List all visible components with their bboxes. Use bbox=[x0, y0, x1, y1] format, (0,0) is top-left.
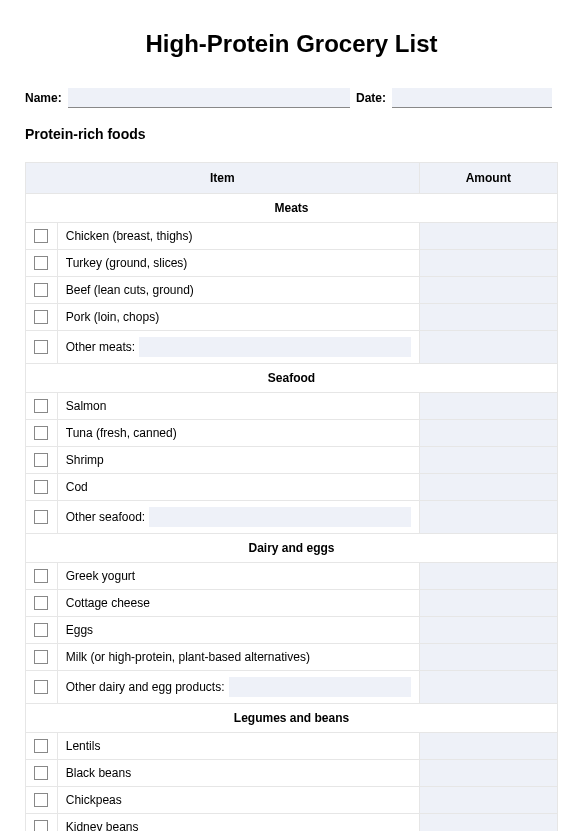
checkbox[interactable] bbox=[34, 283, 48, 297]
amount-cell bbox=[419, 787, 557, 814]
amount-cell bbox=[419, 223, 557, 250]
checkbox[interactable] bbox=[34, 480, 48, 494]
amount-input[interactable] bbox=[420, 618, 557, 642]
item-column-header: Item bbox=[26, 163, 420, 194]
other-label: Other seafood: bbox=[66, 510, 145, 524]
checkbox-cell bbox=[26, 617, 58, 644]
checkbox[interactable] bbox=[34, 510, 48, 524]
table-row: Beef (lean cuts, ground) bbox=[26, 277, 558, 304]
checkbox-cell bbox=[26, 733, 58, 760]
other-item-cell: Other seafood: bbox=[57, 501, 419, 534]
checkbox-cell bbox=[26, 760, 58, 787]
amount-cell bbox=[419, 304, 557, 331]
item-label: Pork (loin, chops) bbox=[57, 304, 419, 331]
checkbox[interactable] bbox=[34, 569, 48, 583]
item-label: Turkey (ground, slices) bbox=[57, 250, 419, 277]
checkbox-cell bbox=[26, 563, 58, 590]
checkbox-cell bbox=[26, 474, 58, 501]
section-heading: Legumes and beans bbox=[26, 704, 558, 733]
checkbox[interactable] bbox=[34, 820, 48, 831]
amount-cell bbox=[419, 331, 557, 364]
checkbox[interactable] bbox=[34, 793, 48, 807]
checkbox[interactable] bbox=[34, 229, 48, 243]
checkbox[interactable] bbox=[34, 766, 48, 780]
amount-cell bbox=[419, 501, 557, 534]
amount-input[interactable] bbox=[420, 224, 557, 248]
checkbox[interactable] bbox=[34, 256, 48, 270]
amount-cell bbox=[419, 644, 557, 671]
item-label: Cod bbox=[57, 474, 419, 501]
amount-input[interactable] bbox=[420, 505, 557, 529]
checkbox[interactable] bbox=[34, 453, 48, 467]
item-label: Chickpeas bbox=[57, 787, 419, 814]
item-label: Salmon bbox=[57, 393, 419, 420]
item-label: Black beans bbox=[57, 760, 419, 787]
checkbox-cell bbox=[26, 787, 58, 814]
checkbox[interactable] bbox=[34, 623, 48, 637]
section-heading: Seafood bbox=[26, 364, 558, 393]
amount-input[interactable] bbox=[420, 734, 557, 758]
other-input[interactable] bbox=[229, 677, 411, 697]
amount-cell bbox=[419, 617, 557, 644]
table-row: Turkey (ground, slices) bbox=[26, 250, 558, 277]
checkbox-cell bbox=[26, 644, 58, 671]
checkbox[interactable] bbox=[34, 650, 48, 664]
amount-input[interactable] bbox=[420, 788, 557, 812]
name-input[interactable] bbox=[68, 88, 350, 108]
table-row: Chickpeas bbox=[26, 787, 558, 814]
amount-input[interactable] bbox=[420, 278, 557, 302]
table-row: Salmon bbox=[26, 393, 558, 420]
item-label: Cottage cheese bbox=[57, 590, 419, 617]
item-label: Eggs bbox=[57, 617, 419, 644]
item-label: Tuna (fresh, canned) bbox=[57, 420, 419, 447]
other-input[interactable] bbox=[139, 337, 411, 357]
table-row: Pork (loin, chops) bbox=[26, 304, 558, 331]
amount-cell bbox=[419, 447, 557, 474]
checkbox[interactable] bbox=[34, 426, 48, 440]
amount-input[interactable] bbox=[420, 645, 557, 669]
amount-input[interactable] bbox=[420, 475, 557, 499]
table-row: Chicken (breast, thighs) bbox=[26, 223, 558, 250]
amount-input[interactable] bbox=[420, 564, 557, 588]
checkbox-cell bbox=[26, 447, 58, 474]
item-label: Kidney beans bbox=[57, 814, 419, 832]
amount-input[interactable] bbox=[420, 305, 557, 329]
amount-column-header: Amount bbox=[419, 163, 557, 194]
amount-input[interactable] bbox=[420, 251, 557, 275]
amount-input[interactable] bbox=[420, 815, 557, 831]
checkbox[interactable] bbox=[34, 739, 48, 753]
item-label: Shrimp bbox=[57, 447, 419, 474]
amount-cell bbox=[419, 814, 557, 832]
checkbox[interactable] bbox=[34, 680, 48, 694]
other-input[interactable] bbox=[149, 507, 411, 527]
amount-input[interactable] bbox=[420, 394, 557, 418]
table-row: Greek yogurt bbox=[26, 563, 558, 590]
table-row: Kidney beans bbox=[26, 814, 558, 832]
table-row: Milk (or high-protein, plant-based alter… bbox=[26, 644, 558, 671]
amount-input[interactable] bbox=[420, 591, 557, 615]
amount-input[interactable] bbox=[420, 335, 557, 359]
amount-input[interactable] bbox=[420, 448, 557, 472]
amount-cell bbox=[419, 733, 557, 760]
checkbox[interactable] bbox=[34, 596, 48, 610]
checkbox[interactable] bbox=[34, 340, 48, 354]
table-row: Tuna (fresh, canned) bbox=[26, 420, 558, 447]
checkbox-cell bbox=[26, 331, 58, 364]
other-item-cell: Other dairy and egg products: bbox=[57, 671, 419, 704]
table-row: Cottage cheese bbox=[26, 590, 558, 617]
checkbox[interactable] bbox=[34, 310, 48, 324]
date-input[interactable] bbox=[392, 88, 552, 108]
date-label: Date: bbox=[356, 91, 386, 105]
subtitle: Protein-rich foods bbox=[25, 126, 558, 142]
amount-cell bbox=[419, 420, 557, 447]
amount-input[interactable] bbox=[420, 761, 557, 785]
table-row: Cod bbox=[26, 474, 558, 501]
amount-input[interactable] bbox=[420, 421, 557, 445]
checkbox-cell bbox=[26, 501, 58, 534]
checkbox-cell bbox=[26, 250, 58, 277]
checkbox[interactable] bbox=[34, 399, 48, 413]
table-row: Other dairy and egg products: bbox=[26, 671, 558, 704]
amount-input[interactable] bbox=[420, 675, 557, 699]
amount-cell bbox=[419, 393, 557, 420]
amount-cell bbox=[419, 474, 557, 501]
